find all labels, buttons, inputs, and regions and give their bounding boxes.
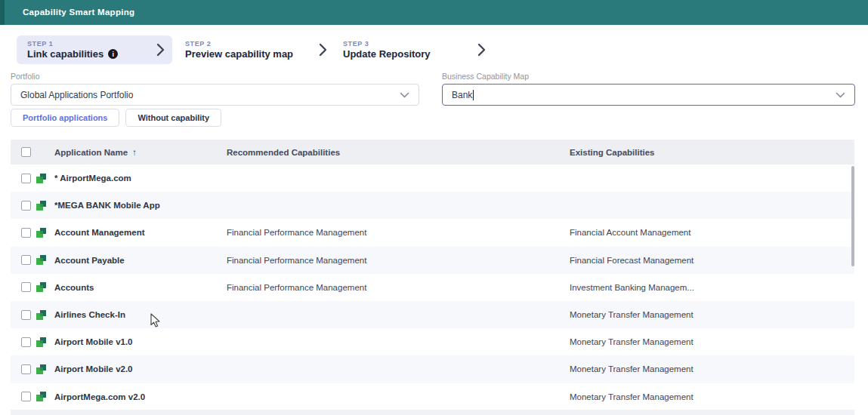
chevron-right-icon — [156, 43, 165, 57]
header-left-edge — [0, 0, 5, 25]
row-checkbox[interactable] — [21, 282, 31, 292]
row-checkbox[interactable] — [21, 310, 31, 320]
filter-buttons: Portfolio applications Without capabilit… — [11, 109, 221, 127]
row-checkbox[interactable] — [21, 364, 31, 374]
column-header-existing-capabilities: Existing Capabilities — [567, 148, 854, 157]
application-icon — [36, 282, 51, 292]
existing-capability: Monetary Transfer Management — [567, 310, 854, 319]
mouse-cursor — [150, 313, 161, 328]
step-1-title: Link capabilities — [27, 48, 103, 60]
step-3-update-repository[interactable]: STEP 3 Update Repository — [343, 40, 477, 60]
step-1-link-capabilities[interactable]: STEP 1 Link capabilities i — [17, 35, 172, 64]
step-1-label: STEP 1 — [27, 40, 118, 48]
portfolio-applications-button[interactable]: Portfolio applications — [11, 109, 119, 127]
application-icon — [36, 201, 51, 211]
table-row[interactable]: Airlines Check-In Monetary Transfer Mana… — [11, 301, 854, 328]
table-row[interactable]: Accounts Financial Performance Managemen… — [11, 274, 854, 301]
page-title: Capability Smart Mapping — [23, 0, 134, 25]
step-2-title: Preview capability map — [185, 48, 319, 60]
application-name: Account Payable — [51, 256, 224, 265]
application-icon — [36, 174, 51, 183]
vertical-scrollbar[interactable] — [851, 166, 854, 266]
select-all-checkbox[interactable] — [21, 147, 31, 157]
applications-table: Application Name↑ Recommended Capabiliti… — [11, 140, 854, 410]
row-checkbox[interactable] — [21, 255, 31, 265]
table-body: * AirportMega.com *MEGA BANK Mobile App — [11, 164, 854, 410]
row-checkbox[interactable] — [21, 201, 31, 211]
without-capability-button[interactable]: Without capability — [125, 109, 221, 127]
info-icon[interactable]: i — [108, 49, 118, 59]
application-name: Airport Mobile v1.0 — [51, 337, 224, 346]
column-header-application-name[interactable]: Application Name↑ — [51, 148, 224, 157]
table-header-row: Application Name↑ Recommended Capabiliti… — [11, 140, 854, 164]
partial-next-row — [11, 410, 854, 415]
existing-capability: Financial Account Management — [567, 228, 854, 237]
chevron-right-icon — [319, 43, 327, 57]
step-3-label: STEP 3 — [343, 40, 477, 48]
portfolio-label: Portfolio — [11, 72, 419, 81]
recommended-capability: Financial Performance Management — [224, 283, 567, 292]
application-icon — [36, 392, 51, 401]
business-capability-map-value: Bank — [452, 90, 472, 100]
app-header: Capability Smart Mapping — [0, 0, 868, 25]
row-checkbox[interactable] — [21, 337, 31, 347]
application-icon — [36, 228, 51, 238]
existing-capability: Monetary Transfer Management — [567, 392, 854, 401]
table-row[interactable]: Account Payable Financial Performance Ma… — [11, 247, 854, 274]
application-icon — [36, 310, 51, 320]
portfolio-select[interactable]: Global Applications Portfolio — [11, 84, 419, 106]
existing-capability: Financial Forecast Management — [567, 256, 854, 265]
application-name: Accounts — [51, 283, 224, 292]
step-3-title: Update Repository — [343, 48, 477, 60]
portfolio-selected-value: Global Applications Portfolio — [20, 90, 133, 100]
existing-capability: Investment Banking Managem... — [567, 283, 854, 292]
portfolio-field: Portfolio Global Applications Portfolio — [11, 72, 419, 106]
application-name: Airport Mobile v2.0 — [51, 364, 224, 374]
table-row[interactable]: AirportMega.com v2.0 Monetary Transfer M… — [11, 383, 854, 410]
application-name: * AirportMega.com — [51, 174, 224, 183]
sort-ascending-icon: ↑ — [132, 148, 137, 157]
step-2-label: STEP 2 — [185, 40, 319, 48]
recommended-capability: Financial Performance Management — [224, 228, 567, 237]
row-checkbox[interactable] — [21, 228, 31, 238]
application-name: AirportMega.com v2.0 — [51, 392, 224, 401]
recommended-capability: Financial Performance Management — [224, 256, 567, 265]
chevron-down-icon — [836, 92, 845, 98]
chevron-right-icon — [477, 43, 486, 57]
stepper: STEP 1 Link capabilities i STEP 2 Previe… — [17, 35, 486, 64]
table-row[interactable]: Airport Mobile v2.0 Monetary Transfer Ma… — [11, 355, 854, 383]
table-row[interactable]: * AirportMega.com — [11, 164, 854, 192]
application-name: Airlines Check-In — [51, 310, 224, 319]
business-capability-map-label: Business Capability Map — [442, 72, 855, 81]
column-header-recommended-capabilities: Recommended Capabilities — [224, 148, 567, 157]
existing-capability: Monetary Transfer Management — [567, 364, 854, 374]
application-name: Account Management — [51, 228, 224, 237]
row-checkbox[interactable] — [21, 174, 31, 183]
application-name: *MEGA BANK Mobile App — [51, 201, 224, 210]
text-caret — [473, 90, 474, 100]
chevron-down-icon — [400, 92, 409, 98]
application-icon — [36, 337, 51, 347]
table-row[interactable]: Airport Mobile v1.0 Monetary Transfer Ma… — [11, 328, 854, 355]
business-capability-map-input[interactable]: Bank — [442, 84, 855, 106]
application-icon — [36, 364, 51, 374]
business-capability-map-field: Business Capability Map Bank — [442, 72, 855, 106]
existing-capability: Monetary Transfer Management — [567, 337, 854, 346]
table-row[interactable]: *MEGA BANK Mobile App — [11, 192, 854, 219]
application-icon — [36, 255, 51, 265]
step-2-preview-capability-map[interactable]: STEP 2 Preview capability map — [185, 40, 319, 60]
table-row[interactable]: Account Management Financial Performance… — [11, 219, 854, 246]
capability-smart-mapping-page: Capability Smart Mapping STEP 1 Link cap… — [0, 0, 868, 415]
row-checkbox[interactable] — [21, 392, 31, 401]
